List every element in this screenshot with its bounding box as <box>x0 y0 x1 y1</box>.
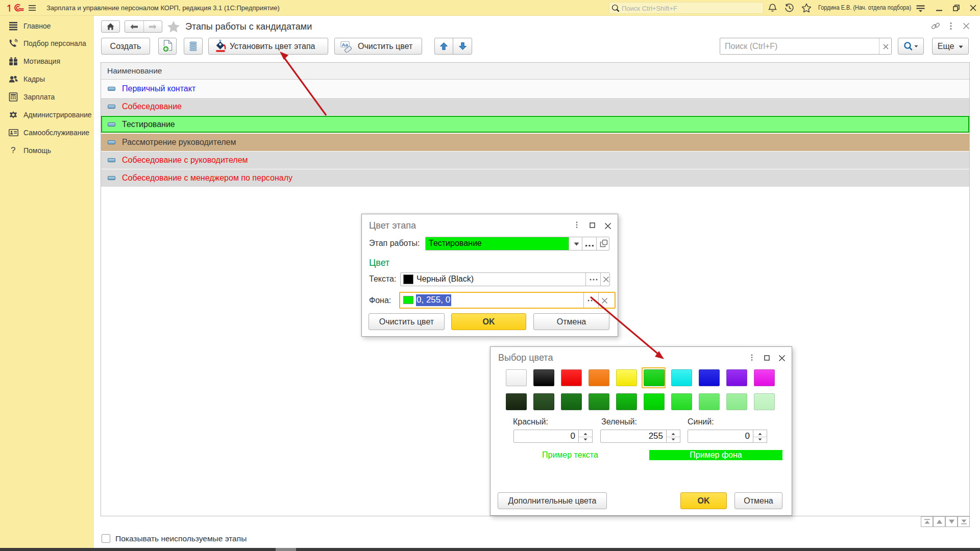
svg-text:Aa: Aa <box>342 41 349 47</box>
